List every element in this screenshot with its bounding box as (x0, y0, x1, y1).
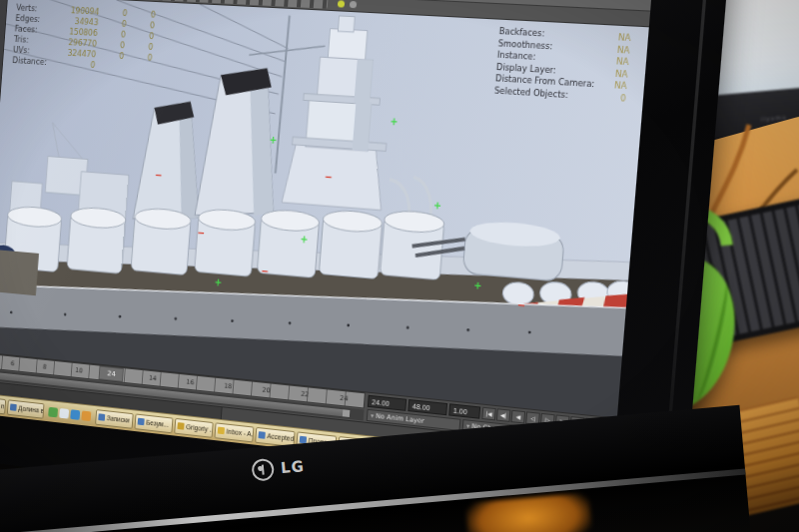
conning-tower (282, 14, 397, 211)
quick-launch-icon[interactable] (48, 406, 58, 417)
transport-button[interactable]: ◀| (496, 408, 511, 422)
taskbar-window-label: Безум... (146, 419, 169, 428)
poly-count-col2 (95, 60, 124, 72)
taskbar-window-label: Долина в... (18, 404, 44, 414)
frame-label: 8 (43, 363, 47, 371)
taskbar-window-label: Inbox - A... (226, 428, 254, 438)
mast (276, 15, 290, 173)
current-frame-marker[interactable]: 24 (99, 366, 124, 382)
taskbar-window-label: правая п... (0, 400, 6, 410)
deckhouse (0, 249, 39, 295)
viewport-area: Verts: 190094 0 0 Edges: 34943 0 (0, 0, 649, 418)
taskbar-window-button[interactable]: правая п... (0, 395, 6, 414)
frame-label: 22 (301, 390, 310, 399)
taskbar-window-label: Accepted... (267, 432, 295, 443)
taskbar-window-button[interactable]: Inbox - A... (214, 422, 254, 442)
taskbar-app-icon (138, 418, 145, 426)
bezel-trim (0, 469, 745, 532)
poly-count-col3 (123, 62, 152, 74)
taskbar-window-button[interactable]: Grigoriy ... (174, 417, 214, 437)
lg-logo: LG (251, 455, 306, 482)
object-details-hud: Backfaces: NA Smoothness: NA I (494, 26, 631, 105)
funnel-fore (195, 65, 285, 222)
toolbar-dot-icon[interactable] (350, 1, 358, 8)
quick-launch-icon[interactable] (70, 409, 80, 420)
taskbar-window-button[interactable]: Записки (95, 409, 134, 429)
photo-scene: iiyama A (0, 0, 799, 532)
lg-logo-text: LG (280, 457, 305, 477)
taskbar-window-button[interactable]: Безум... (134, 413, 173, 433)
transport-button[interactable]: ◀ (510, 410, 525, 424)
lg-logo-icon (251, 458, 275, 482)
taskbar-app-icon (177, 422, 184, 430)
viewport-canvas[interactable]: Verts: 190094 0 0 Edges: 34943 0 (0, 0, 649, 418)
maya-application: A Assembly_shipsUVLayoutWargamingCustom … (0, 0, 655, 485)
frame-label: 10 (75, 366, 83, 375)
quick-launch-icon[interactable] (81, 410, 91, 421)
quick-launch (48, 406, 91, 420)
taskbar-window-label: Grigoriy ... (186, 423, 214, 433)
taskbar-window-label: Записки (107, 414, 130, 423)
taskbar-app-icon (98, 413, 105, 420)
quick-launch-icon[interactable] (59, 408, 69, 419)
frame-label: 18 (224, 382, 233, 391)
taskbar-window-button[interactable]: Долина в... (7, 399, 45, 418)
object-details-value: 0 (601, 91, 626, 104)
monitor-stand (465, 492, 593, 532)
taskbar-app-icon (258, 431, 265, 439)
frame-label: 16 (186, 378, 195, 387)
toolbar-dot-icon[interactable] (338, 0, 346, 7)
funnel-aft (133, 99, 207, 225)
frame-label: 14 (149, 374, 157, 383)
current-time-field[interactable] (448, 403, 480, 418)
frame-label: 20 (262, 386, 271, 395)
taskbar-app-icon (218, 427, 225, 435)
transport-button[interactable]: |◀ (481, 407, 496, 421)
monitor-screen: A Assembly_shipsUVLayoutWargamingCustom … (0, 0, 655, 485)
frame-label: 6 (10, 359, 14, 367)
frame-label: 24 (340, 394, 349, 403)
taskbar-app-icon (10, 403, 17, 410)
poly-count-hud: Verts: 190094 0 0 Edges: 34943 0 (12, 3, 156, 75)
